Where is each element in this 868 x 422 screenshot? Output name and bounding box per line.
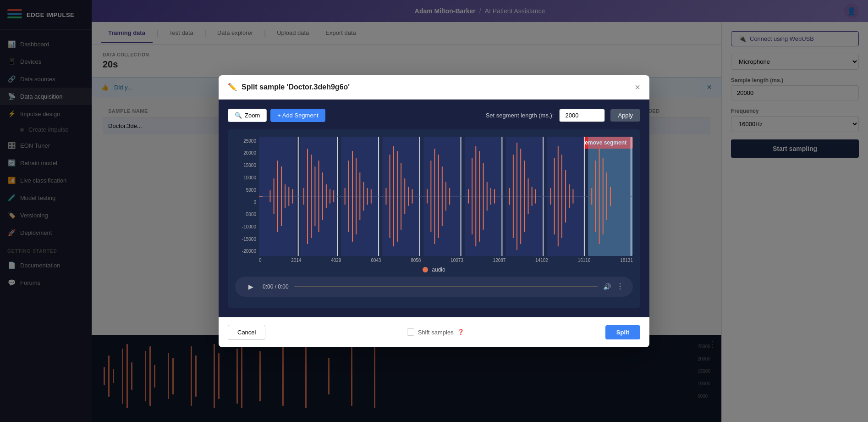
x-label-10073: 10073 <box>450 258 463 263</box>
audio-legend: audio <box>235 267 633 273</box>
modal-toolbar: 🔍 Zoom + Add Segment Set segment length … <box>228 109 640 122</box>
modal-title: Split sample 'Doctor.3deh9g6o' <box>242 83 630 91</box>
modal-overlay: ✏️ Split sample 'Doctor.3deh9g6o' × 🔍 Zo… <box>0 0 868 422</box>
legend-dot-icon <box>423 267 428 272</box>
segment-length-label: Set segment length (ms.): <box>486 112 554 119</box>
x-label-2014: 2014 <box>291 258 301 263</box>
toolbar-right: Set segment length (ms.): Apply <box>486 109 640 122</box>
y-label-20000: 20000 <box>235 150 259 155</box>
add-segment-label: + Add Segment <box>277 112 318 119</box>
y-label-neg15000: -15000 <box>235 237 259 242</box>
x-label-8058: 8058 <box>411 258 421 263</box>
waveform-svg-area <box>259 137 633 256</box>
modal-header: ✏️ Split sample 'Doctor.3deh9g6o' × <box>219 75 649 100</box>
shift-samples-checkbox[interactable] <box>407 328 414 336</box>
x-label-12087: 12087 <box>493 258 506 263</box>
y-axis: 25000 20000 15000 10000 5000 0 -5000 -10… <box>235 137 259 256</box>
progress-bar[interactable] <box>294 286 598 287</box>
segment-length-input[interactable] <box>559 109 605 122</box>
cancel-button[interactable]: Cancel <box>228 325 265 340</box>
x-axis: 0 2014 4029 6043 8058 10073 12087 14102 … <box>259 258 633 263</box>
split-sample-modal: ✏️ Split sample 'Doctor.3deh9g6o' × 🔍 Zo… <box>219 75 649 347</box>
zoom-icon: 🔍 <box>235 112 242 119</box>
modal-close-button[interactable]: × <box>635 83 640 92</box>
audio-more-icon[interactable]: ⋮ <box>616 282 624 291</box>
shift-samples-section: Shift samples ❓ <box>407 328 464 336</box>
x-label-14102: 14102 <box>535 258 548 263</box>
toolbar-left: 🔍 Zoom + Add Segment <box>228 109 325 122</box>
y-label-25000: 25000 <box>235 139 259 144</box>
x-label-18131: 18131 <box>620 258 633 263</box>
audio-time: 0:00 / 0:00 <box>263 283 289 290</box>
y-label-neg5000: -5000 <box>235 212 259 217</box>
x-label-4029: 4029 <box>331 258 341 263</box>
waveform-container: Remove segment 25000 20000 15000 10000 5… <box>228 129 640 308</box>
modal-footer: Cancel Shift samples ❓ Split <box>219 317 649 347</box>
x-label-16116: 16116 <box>578 258 591 263</box>
apply-button[interactable]: Apply <box>610 109 640 122</box>
y-label-0: 0 <box>235 200 259 205</box>
y-label-15000: 15000 <box>235 163 259 168</box>
y-label-neg20000: -20000 <box>235 249 259 254</box>
audio-player: ▶ 0:00 / 0:00 🔊 ⋮ <box>235 277 633 297</box>
play-button[interactable]: ▶ <box>244 280 257 293</box>
legend-label: audio <box>432 267 445 273</box>
help-icon[interactable]: ❓ <box>457 329 464 335</box>
edit-icon: ✏️ <box>228 83 237 91</box>
volume-icon[interactable]: 🔊 <box>603 283 611 290</box>
waveform-svg <box>259 137 633 256</box>
y-label-neg10000: -10000 <box>235 224 259 229</box>
x-label-6043: 6043 <box>371 258 381 263</box>
waveform-area: 25000 20000 15000 10000 5000 0 -5000 -10… <box>235 137 633 256</box>
zoom-button[interactable]: 🔍 Zoom <box>228 109 267 122</box>
y-label-10000: 10000 <box>235 175 259 180</box>
add-segment-button[interactable]: + Add Segment <box>270 109 325 122</box>
shift-samples-label: Shift samples <box>418 329 454 336</box>
modal-body: 🔍 Zoom + Add Segment Set segment length … <box>219 100 649 317</box>
x-label-0: 0 <box>259 258 262 263</box>
y-label-5000: 5000 <box>235 188 259 193</box>
zoom-label: Zoom <box>245 112 260 119</box>
split-button[interactable]: Split <box>605 325 640 339</box>
